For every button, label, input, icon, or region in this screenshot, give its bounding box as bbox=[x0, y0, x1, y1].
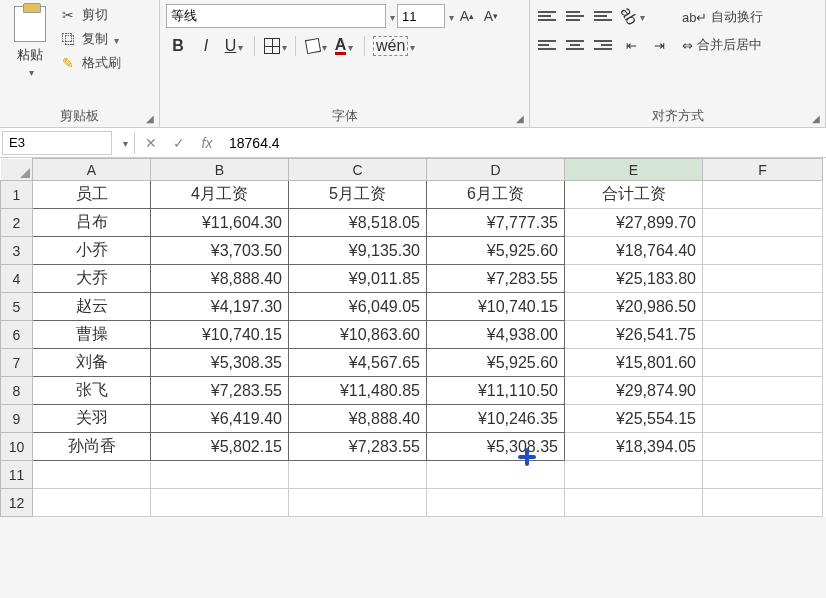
row-header[interactable]: 4 bbox=[1, 265, 33, 293]
cut-button[interactable]: 剪切 bbox=[62, 6, 121, 24]
cell[interactable]: ¥26,541.75 bbox=[565, 321, 703, 349]
cell[interactable] bbox=[703, 209, 823, 237]
font-launcher[interactable]: ◢ bbox=[513, 111, 527, 125]
cell[interactable]: 赵云 bbox=[33, 293, 151, 321]
phonetic-button[interactable]: wén bbox=[373, 34, 415, 58]
name-box-dropdown[interactable] bbox=[116, 135, 132, 150]
cell[interactable]: 刘备 bbox=[33, 349, 151, 377]
cell[interactable] bbox=[151, 461, 289, 489]
row-header[interactable]: 1 bbox=[1, 181, 33, 209]
cell[interactable]: ¥4,938.00 bbox=[427, 321, 565, 349]
cell[interactable] bbox=[703, 237, 823, 265]
cell[interactable] bbox=[151, 489, 289, 517]
formula-input[interactable] bbox=[221, 131, 826, 155]
cell[interactable] bbox=[289, 461, 427, 489]
format-painter-button[interactable]: 格式刷 bbox=[62, 54, 121, 72]
col-header-B[interactable]: B bbox=[151, 159, 289, 181]
cell[interactable]: 合计工资 bbox=[565, 181, 703, 209]
cancel-formula-button[interactable]: ✕ bbox=[137, 135, 165, 151]
cell[interactable] bbox=[703, 433, 823, 461]
cell[interactable]: ¥4,567.65 bbox=[289, 349, 427, 377]
cell[interactable]: ¥10,740.15 bbox=[427, 293, 565, 321]
cell[interactable]: ¥5,308.35 bbox=[151, 349, 289, 377]
cell[interactable] bbox=[703, 489, 823, 517]
col-header-A[interactable]: A bbox=[33, 159, 151, 181]
cell[interactable]: 张飞 bbox=[33, 377, 151, 405]
align-top-button[interactable] bbox=[536, 5, 558, 27]
cell[interactable]: 员工 bbox=[33, 181, 151, 209]
cell[interactable]: ¥3,703.50 bbox=[151, 237, 289, 265]
merge-center-button[interactable]: ⇔ 合并后居中 bbox=[682, 36, 763, 54]
cell[interactable]: ¥7,283.55 bbox=[427, 265, 565, 293]
cell[interactable]: ¥29,874.90 bbox=[565, 377, 703, 405]
row-header[interactable]: 12 bbox=[1, 489, 33, 517]
copy-button[interactable]: 复制 bbox=[62, 30, 121, 48]
cell[interactable] bbox=[703, 349, 823, 377]
cell[interactable] bbox=[703, 265, 823, 293]
row-header[interactable]: 2 bbox=[1, 209, 33, 237]
row-header[interactable]: 11 bbox=[1, 461, 33, 489]
cell[interactable]: 曹操 bbox=[33, 321, 151, 349]
align-middle-button[interactable] bbox=[564, 5, 586, 27]
align-center-button[interactable] bbox=[564, 34, 586, 56]
cell[interactable]: ¥10,246.35 bbox=[427, 405, 565, 433]
cell[interactable]: ¥11,480.85 bbox=[289, 377, 427, 405]
decrease-indent-button[interactable]: ⇤ bbox=[620, 34, 642, 56]
cell[interactable] bbox=[427, 489, 565, 517]
cell[interactable]: ¥7,777.35 bbox=[427, 209, 565, 237]
align-right-button[interactable] bbox=[592, 34, 614, 56]
cell[interactable] bbox=[33, 461, 151, 489]
font-size-input[interactable] bbox=[397, 4, 445, 28]
cell[interactable]: 小乔 bbox=[33, 237, 151, 265]
underline-button[interactable]: U bbox=[222, 34, 246, 58]
increase-font-button[interactable]: A▴ bbox=[456, 5, 478, 27]
row-header[interactable]: 3 bbox=[1, 237, 33, 265]
cell[interactable]: 大乔 bbox=[33, 265, 151, 293]
col-header-D[interactable]: D bbox=[427, 159, 565, 181]
cell[interactable]: ¥18,764.40 bbox=[565, 237, 703, 265]
cell[interactable]: ¥9,135.30 bbox=[289, 237, 427, 265]
row-header[interactable]: 9 bbox=[1, 405, 33, 433]
cell[interactable]: ¥5,308.35 bbox=[427, 433, 565, 461]
spreadsheet-grid[interactable]: A B C D E F 1 员工 4月工资 5月工资 6月工资 合计工资 2 吕… bbox=[0, 158, 826, 517]
cell[interactable] bbox=[289, 489, 427, 517]
font-name-dropdown[interactable] bbox=[388, 9, 395, 24]
cell[interactable]: ¥10,863.60 bbox=[289, 321, 427, 349]
copy-dropdown[interactable] bbox=[112, 32, 119, 47]
font-color-dropdown[interactable] bbox=[346, 37, 353, 55]
align-left-button[interactable] bbox=[536, 34, 558, 56]
borders-dropdown[interactable] bbox=[280, 37, 287, 55]
cell[interactable]: ¥7,283.55 bbox=[289, 433, 427, 461]
row-header[interactable]: 5 bbox=[1, 293, 33, 321]
cell[interactable] bbox=[565, 489, 703, 517]
cell[interactable]: ¥5,925.60 bbox=[427, 349, 565, 377]
font-color-button[interactable]: A bbox=[332, 34, 356, 58]
row-header[interactable]: 7 bbox=[1, 349, 33, 377]
insert-function-button[interactable]: fx bbox=[193, 135, 221, 151]
borders-button[interactable] bbox=[263, 34, 287, 58]
cell[interactable]: 4月工资 bbox=[151, 181, 289, 209]
bold-button[interactable]: B bbox=[166, 34, 190, 58]
fill-dropdown[interactable] bbox=[320, 37, 327, 55]
underline-dropdown[interactable] bbox=[236, 37, 243, 55]
cell[interactable]: ¥25,183.80 bbox=[565, 265, 703, 293]
cell[interactable] bbox=[703, 461, 823, 489]
row-header[interactable]: 6 bbox=[1, 321, 33, 349]
cell[interactable] bbox=[565, 461, 703, 489]
cell[interactable]: ¥11,110.50 bbox=[427, 377, 565, 405]
cell[interactable]: 关羽 bbox=[33, 405, 151, 433]
font-size-dropdown[interactable] bbox=[447, 9, 454, 24]
wrap-text-button[interactable]: ab↵ 自动换行 bbox=[682, 8, 763, 26]
row-header[interactable]: 10 bbox=[1, 433, 33, 461]
cell[interactable]: 孙尚香 bbox=[33, 433, 151, 461]
cell[interactable]: ¥20,986.50 bbox=[565, 293, 703, 321]
cell[interactable]: ¥8,888.40 bbox=[289, 405, 427, 433]
cell[interactable]: ¥9,011.85 bbox=[289, 265, 427, 293]
cell[interactable]: ¥27,899.70 bbox=[565, 209, 703, 237]
cell[interactable]: ¥8,888.40 bbox=[151, 265, 289, 293]
cell[interactable] bbox=[33, 489, 151, 517]
cell[interactable]: ¥10,740.15 bbox=[151, 321, 289, 349]
cell[interactable]: ¥15,801.60 bbox=[565, 349, 703, 377]
col-header-F[interactable]: F bbox=[703, 159, 823, 181]
cell[interactable]: ¥7,283.55 bbox=[151, 377, 289, 405]
